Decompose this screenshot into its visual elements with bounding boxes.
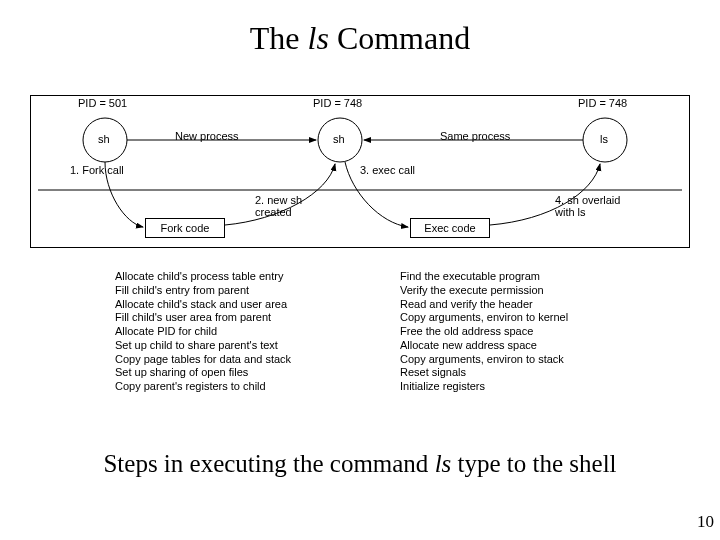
title-italic: ls: [308, 20, 329, 56]
fork-step: Fill child's entry from parent: [115, 284, 291, 298]
figure: PID = 501 PID = 748 PID = 748 sh sh ls N…: [30, 95, 690, 425]
label-exec-call: 3. exec call: [360, 165, 415, 177]
label-new-sh-created: 2. new sh created: [255, 195, 302, 218]
exec-step: Read and verify the header: [400, 298, 568, 312]
fork-steps: Allocate child's process table entry Fil…: [115, 270, 291, 394]
fork-step: Allocate child's stack and user area: [115, 298, 291, 312]
title-pre: The: [250, 20, 308, 56]
exec-step: Initialize registers: [400, 380, 568, 394]
exec-step: Free the old address space: [400, 325, 568, 339]
exec-step: Copy arguments, environ to stack: [400, 353, 568, 367]
circle-sh-2: sh: [333, 134, 345, 146]
fork-step: Allocate child's process table entry: [115, 270, 291, 284]
exec-step: Find the executable program: [400, 270, 568, 284]
label-fork-call: 1. Fork call: [70, 165, 124, 177]
exec-code-box: Exec code: [410, 218, 490, 238]
fork-step: Fill child's user area from parent: [115, 311, 291, 325]
exec-step: Reset signals: [400, 366, 568, 380]
caption: Steps in executing the command ls type t…: [0, 450, 720, 478]
fork-step: Copy page tables for data and stack: [115, 353, 291, 367]
page-number: 10: [697, 512, 714, 532]
caption-pre: Steps in executing the command: [103, 450, 434, 477]
pid-1: PID = 501: [78, 98, 127, 110]
pid-2: PID = 748: [313, 98, 362, 110]
exec-step: Allocate new address space: [400, 339, 568, 353]
exec-steps: Find the executable program Verify the e…: [400, 270, 568, 394]
exec-step: Verify the execute permission: [400, 284, 568, 298]
circle-ls: ls: [600, 134, 608, 146]
title-post: Command: [329, 20, 470, 56]
fork-code-box: Fork code: [145, 218, 225, 238]
label-new-process: New process: [175, 131, 239, 143]
caption-post: type to the shell: [451, 450, 616, 477]
fork-step: Copy parent's registers to child: [115, 380, 291, 394]
caption-italic: ls: [435, 450, 452, 477]
circle-sh-1: sh: [98, 134, 110, 146]
pid-3: PID = 748: [578, 98, 627, 110]
label-same-process: Same process: [440, 131, 510, 143]
label-overlaid: 4. sh overlaid with ls: [555, 195, 620, 218]
fork-step: Set up sharing of open files: [115, 366, 291, 380]
fork-step: Set up child to share parent's text: [115, 339, 291, 353]
page-title: The ls Command: [0, 20, 720, 57]
exec-step: Copy arguments, environ to kernel: [400, 311, 568, 325]
fork-step: Allocate PID for child: [115, 325, 291, 339]
